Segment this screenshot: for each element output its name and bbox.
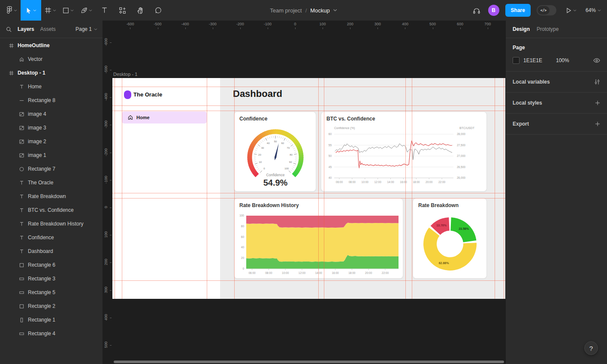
section-local-variables[interactable]: Local variables [506,72,607,93]
horizontal-ruler[interactable]: -600-500-400-300-200-1000100200300400500… [112,21,505,29]
avatar[interactable]: B [488,5,499,16]
ellipse-icon [19,167,24,171]
text-tool-button[interactable] [95,0,113,21]
svg-text:0: 0 [242,267,244,270]
help-button[interactable]: ? [584,341,598,355]
breadcrumb-project[interactable]: Team project [270,7,302,14]
vertical-ruler[interactable]: -600-500-400-300-200-1000100200300400500 [103,29,112,364]
frame-tool-icon [45,7,51,14]
rate-breakdown-donut-card[interactable]: Rate Breakdown 23.58%62.66%13.76% [413,198,487,279]
layer-item-label: Rectangle 2 [28,303,55,309]
svg-text:20: 20 [241,256,245,259]
layer-item-home[interactable]: Home [0,80,103,93]
btc-vs-confidence-card[interactable]: BTC vs. Confidence 605550454028,00027,50… [321,111,487,192]
zoom-menu-button[interactable]: 64% [586,7,601,13]
hand-tool-button[interactable] [131,0,149,21]
tab-prototype[interactable]: Prototype [537,26,559,32]
page-selector[interactable]: Page 1 [75,26,97,32]
ruler-tick [240,27,241,29]
ruler-tick [323,27,323,29]
page-color-swatch[interactable] [513,57,519,64]
svg-text:70: 70 [287,147,290,149]
layout-grid-guide [405,78,406,299]
page-color-opacity[interactable]: 100% [556,57,569,63]
mockup-logo-text[interactable]: The Oracle [133,91,162,98]
shape-tool-button[interactable] [59,0,77,21]
dev-mode-toggle[interactable]: </> [537,5,556,15]
tab-layers[interactable]: Layers [18,26,34,32]
ruler-tick [488,27,488,29]
layer-item-image-3[interactable]: image 3 [0,121,103,135]
btc-vs-confidence-chart: 605550454028,00027,50027,00026,50026,000… [321,123,487,192]
layer-item-confidence[interactable]: Confidence [0,231,103,244]
layout-grid-guide [122,78,122,299]
layout-grid-guide [112,87,505,87]
layer-item-rectangle-5[interactable]: Rectangle 5 [0,286,103,299]
layer-item-image-1[interactable]: image 1 [0,148,103,162]
svg-text:16:00: 16:00 [400,180,407,184]
comment-tool-button[interactable] [149,0,167,21]
hand-tool-icon [137,7,144,14]
layer-item-rectangle-8[interactable]: Rectangle 8 [0,93,103,107]
layer-item-rectangle-1[interactable]: Rectangle 1 [0,313,103,327]
mockup-page-title[interactable]: Dashboard [233,88,282,99]
svg-text:60: 60 [329,132,332,135]
page-color-hex[interactable]: 1E1E1E [523,57,556,63]
breadcrumb-file[interactable]: Mockup [310,7,330,14]
layout-grid-guide [324,78,324,299]
layer-item-rectangle-7[interactable]: Rectangle 7 [0,162,103,176]
actions-tool-button[interactable] [113,0,131,21]
ruler-tick [350,27,350,29]
present-button[interactable] [562,0,580,21]
confidence-gauge-card[interactable]: Confidence 0102030405060708090100Confide… [234,111,316,192]
visibility-toggle[interactable] [593,58,600,63]
section-export[interactable]: Export [506,114,607,135]
tab-design[interactable]: Design [513,26,530,32]
layer-item-image-2[interactable]: image 2 [0,135,103,148]
horizontal-scrollbar[interactable] [114,361,504,363]
frame-tool-button[interactable] [41,0,59,21]
play-icon [565,7,572,14]
rate-breakdown-donut-chart: 23.58%62.66%13.76% [413,210,487,279]
layer-item-rectangle-2[interactable]: Rectangle 2 [0,299,103,313]
layer-item-vector[interactable]: Vector [0,52,103,66]
layer-item-label: image 1 [28,152,46,158]
layer-item-rate-breakdown[interactable]: Rate Breakdown [0,190,103,203]
ruler-tick-label: -600 [126,22,134,26]
design-frame-desktop-1[interactable]: The Oracle Home Dashboard Confidence 010… [112,78,505,299]
mockup-nav-home[interactable]: Home [122,111,207,123]
plus-icon [595,121,600,126]
layer-item-rectangle-3[interactable]: Rectangle 3 [0,272,103,286]
layer-item-homeoutline[interactable]: HomeOutline [0,39,103,52]
move-tool-button[interactable] [21,0,41,21]
frame-label[interactable]: Desktop - 1 [113,72,137,77]
layer-item-rectangle-6[interactable]: Rectangle 6 [0,258,103,272]
layer-item-rectangle-4[interactable]: Rectangle 4 [0,327,103,340]
huddle-button[interactable] [471,0,482,21]
layer-item-the-oracle[interactable]: The Oracle [0,176,103,190]
section-local-styles[interactable]: Local styles [506,93,607,114]
ruler-tick [130,27,130,29]
figma-main-menu-button[interactable] [3,0,21,21]
page-section-title: Page [513,45,600,51]
chevron-down-icon[interactable] [333,9,337,12]
text-icon [19,180,24,185]
svg-text:10:00: 10:00 [282,271,289,274]
layer-item-desktop-1[interactable]: Desktop - 1 [0,66,103,80]
layer-item-rate-breakdown-history[interactable]: Rate Breakdown History [0,217,103,231]
svg-text:26,000: 26,000 [457,176,465,179]
layer-item-btc-vs-confidence[interactable]: BTC vs. Confidence [0,203,103,217]
image-icon [19,153,24,158]
chevron-down-icon [573,9,577,12]
canvas[interactable]: -600-500-400-300-200-1000100200300400500… [103,21,505,364]
layer-item-dashboard[interactable]: Dashboard [0,244,103,258]
tab-assets[interactable]: Assets [40,26,56,32]
layer-item-image-4[interactable]: image 4 [0,107,103,121]
svg-text:23.58%: 23.58% [459,227,469,230]
mockup-logo-mark[interactable] [124,90,131,99]
search-icon[interactable] [6,27,12,32]
pen-tool-button[interactable] [77,0,95,21]
share-button[interactable]: Share [505,4,531,17]
ruler-tick [295,27,296,29]
design-panel-tabs: Design Prototype [506,21,607,38]
